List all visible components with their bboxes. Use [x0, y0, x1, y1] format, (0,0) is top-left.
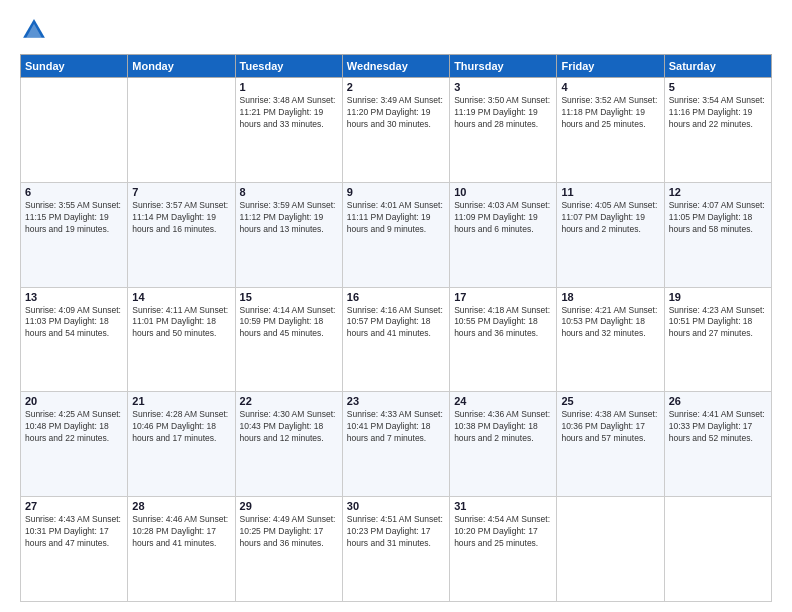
calendar-cell: 20Sunrise: 4:25 AM Sunset: 10:48 PM Dayl… — [21, 392, 128, 497]
calendar-cell: 19Sunrise: 4:23 AM Sunset: 10:51 PM Dayl… — [664, 287, 771, 392]
day-number: 1 — [240, 81, 338, 93]
day-info: Sunrise: 4:30 AM Sunset: 10:43 PM Daylig… — [240, 409, 338, 445]
day-number: 14 — [132, 291, 230, 303]
day-info: Sunrise: 4:05 AM Sunset: 11:07 PM Daylig… — [561, 200, 659, 236]
header — [20, 16, 772, 44]
weekday-header: Monday — [128, 55, 235, 78]
calendar-week-row: 13Sunrise: 4:09 AM Sunset: 11:03 PM Dayl… — [21, 287, 772, 392]
day-info: Sunrise: 4:41 AM Sunset: 10:33 PM Daylig… — [669, 409, 767, 445]
calendar-cell: 17Sunrise: 4:18 AM Sunset: 10:55 PM Dayl… — [450, 287, 557, 392]
day-info: Sunrise: 3:48 AM Sunset: 11:21 PM Daylig… — [240, 95, 338, 131]
day-info: Sunrise: 4:21 AM Sunset: 10:53 PM Daylig… — [561, 305, 659, 341]
calendar-cell: 29Sunrise: 4:49 AM Sunset: 10:25 PM Dayl… — [235, 497, 342, 602]
calendar-cell: 23Sunrise: 4:33 AM Sunset: 10:41 PM Dayl… — [342, 392, 449, 497]
weekday-header: Wednesday — [342, 55, 449, 78]
calendar-table: SundayMondayTuesdayWednesdayThursdayFrid… — [20, 54, 772, 602]
day-number: 18 — [561, 291, 659, 303]
day-number: 26 — [669, 395, 767, 407]
day-info: Sunrise: 4:16 AM Sunset: 10:57 PM Daylig… — [347, 305, 445, 341]
day-info: Sunrise: 4:14 AM Sunset: 10:59 PM Daylig… — [240, 305, 338, 341]
day-number: 19 — [669, 291, 767, 303]
day-number: 23 — [347, 395, 445, 407]
day-info: Sunrise: 4:54 AM Sunset: 10:20 PM Daylig… — [454, 514, 552, 550]
day-number: 3 — [454, 81, 552, 93]
day-info: Sunrise: 4:51 AM Sunset: 10:23 PM Daylig… — [347, 514, 445, 550]
page: SundayMondayTuesdayWednesdayThursdayFrid… — [0, 0, 792, 612]
calendar-cell — [128, 78, 235, 183]
day-number: 15 — [240, 291, 338, 303]
day-number: 27 — [25, 500, 123, 512]
day-info: Sunrise: 4:49 AM Sunset: 10:25 PM Daylig… — [240, 514, 338, 550]
day-number: 25 — [561, 395, 659, 407]
calendar-cell: 3Sunrise: 3:50 AM Sunset: 11:19 PM Dayli… — [450, 78, 557, 183]
day-number: 30 — [347, 500, 445, 512]
calendar-cell: 9Sunrise: 4:01 AM Sunset: 11:11 PM Dayli… — [342, 182, 449, 287]
calendar-cell: 5Sunrise: 3:54 AM Sunset: 11:16 PM Dayli… — [664, 78, 771, 183]
day-number: 5 — [669, 81, 767, 93]
day-number: 17 — [454, 291, 552, 303]
calendar-cell — [557, 497, 664, 602]
day-number: 11 — [561, 186, 659, 198]
calendar-cell: 13Sunrise: 4:09 AM Sunset: 11:03 PM Dayl… — [21, 287, 128, 392]
weekday-header: Sunday — [21, 55, 128, 78]
day-info: Sunrise: 4:33 AM Sunset: 10:41 PM Daylig… — [347, 409, 445, 445]
logo-icon — [20, 16, 48, 44]
weekday-header: Friday — [557, 55, 664, 78]
day-info: Sunrise: 4:28 AM Sunset: 10:46 PM Daylig… — [132, 409, 230, 445]
day-number: 12 — [669, 186, 767, 198]
day-info: Sunrise: 4:36 AM Sunset: 10:38 PM Daylig… — [454, 409, 552, 445]
calendar-cell: 31Sunrise: 4:54 AM Sunset: 10:20 PM Dayl… — [450, 497, 557, 602]
day-info: Sunrise: 4:03 AM Sunset: 11:09 PM Daylig… — [454, 200, 552, 236]
day-number: 31 — [454, 500, 552, 512]
calendar-cell: 10Sunrise: 4:03 AM Sunset: 11:09 PM Dayl… — [450, 182, 557, 287]
weekday-header: Saturday — [664, 55, 771, 78]
day-number: 9 — [347, 186, 445, 198]
day-number: 4 — [561, 81, 659, 93]
calendar-cell: 21Sunrise: 4:28 AM Sunset: 10:46 PM Dayl… — [128, 392, 235, 497]
day-info: Sunrise: 3:54 AM Sunset: 11:16 PM Daylig… — [669, 95, 767, 131]
calendar-cell: 7Sunrise: 3:57 AM Sunset: 11:14 PM Dayli… — [128, 182, 235, 287]
day-info: Sunrise: 3:52 AM Sunset: 11:18 PM Daylig… — [561, 95, 659, 131]
calendar-header: SundayMondayTuesdayWednesdayThursdayFrid… — [21, 55, 772, 78]
day-number: 20 — [25, 395, 123, 407]
calendar-cell: 11Sunrise: 4:05 AM Sunset: 11:07 PM Dayl… — [557, 182, 664, 287]
calendar-cell: 28Sunrise: 4:46 AM Sunset: 10:28 PM Dayl… — [128, 497, 235, 602]
day-number: 16 — [347, 291, 445, 303]
day-info: Sunrise: 4:11 AM Sunset: 11:01 PM Daylig… — [132, 305, 230, 341]
calendar-cell: 26Sunrise: 4:41 AM Sunset: 10:33 PM Dayl… — [664, 392, 771, 497]
calendar-cell: 27Sunrise: 4:43 AM Sunset: 10:31 PM Dayl… — [21, 497, 128, 602]
day-info: Sunrise: 4:46 AM Sunset: 10:28 PM Daylig… — [132, 514, 230, 550]
calendar-cell: 8Sunrise: 3:59 AM Sunset: 11:12 PM Dayli… — [235, 182, 342, 287]
day-info: Sunrise: 4:25 AM Sunset: 10:48 PM Daylig… — [25, 409, 123, 445]
day-number: 29 — [240, 500, 338, 512]
day-number: 24 — [454, 395, 552, 407]
day-info: Sunrise: 3:49 AM Sunset: 11:20 PM Daylig… — [347, 95, 445, 131]
calendar-cell: 24Sunrise: 4:36 AM Sunset: 10:38 PM Dayl… — [450, 392, 557, 497]
day-number: 21 — [132, 395, 230, 407]
calendar-week-row: 1Sunrise: 3:48 AM Sunset: 11:21 PM Dayli… — [21, 78, 772, 183]
day-number: 22 — [240, 395, 338, 407]
calendar-cell: 16Sunrise: 4:16 AM Sunset: 10:57 PM Dayl… — [342, 287, 449, 392]
day-info: Sunrise: 3:55 AM Sunset: 11:15 PM Daylig… — [25, 200, 123, 236]
calendar-cell: 22Sunrise: 4:30 AM Sunset: 10:43 PM Dayl… — [235, 392, 342, 497]
day-number: 2 — [347, 81, 445, 93]
calendar-week-row: 6Sunrise: 3:55 AM Sunset: 11:15 PM Dayli… — [21, 182, 772, 287]
day-number: 13 — [25, 291, 123, 303]
calendar-cell: 18Sunrise: 4:21 AM Sunset: 10:53 PM Dayl… — [557, 287, 664, 392]
day-number: 8 — [240, 186, 338, 198]
day-info: Sunrise: 4:43 AM Sunset: 10:31 PM Daylig… — [25, 514, 123, 550]
calendar-cell: 4Sunrise: 3:52 AM Sunset: 11:18 PM Dayli… — [557, 78, 664, 183]
day-info: Sunrise: 4:07 AM Sunset: 11:05 PM Daylig… — [669, 200, 767, 236]
day-info: Sunrise: 4:23 AM Sunset: 10:51 PM Daylig… — [669, 305, 767, 341]
weekday-row: SundayMondayTuesdayWednesdayThursdayFrid… — [21, 55, 772, 78]
calendar-cell: 30Sunrise: 4:51 AM Sunset: 10:23 PM Dayl… — [342, 497, 449, 602]
day-number: 7 — [132, 186, 230, 198]
calendar-cell: 1Sunrise: 3:48 AM Sunset: 11:21 PM Dayli… — [235, 78, 342, 183]
calendar-cell: 2Sunrise: 3:49 AM Sunset: 11:20 PM Dayli… — [342, 78, 449, 183]
day-info: Sunrise: 3:50 AM Sunset: 11:19 PM Daylig… — [454, 95, 552, 131]
weekday-header: Tuesday — [235, 55, 342, 78]
calendar-cell: 25Sunrise: 4:38 AM Sunset: 10:36 PM Dayl… — [557, 392, 664, 497]
day-number: 28 — [132, 500, 230, 512]
day-info: Sunrise: 3:57 AM Sunset: 11:14 PM Daylig… — [132, 200, 230, 236]
day-info: Sunrise: 4:38 AM Sunset: 10:36 PM Daylig… — [561, 409, 659, 445]
